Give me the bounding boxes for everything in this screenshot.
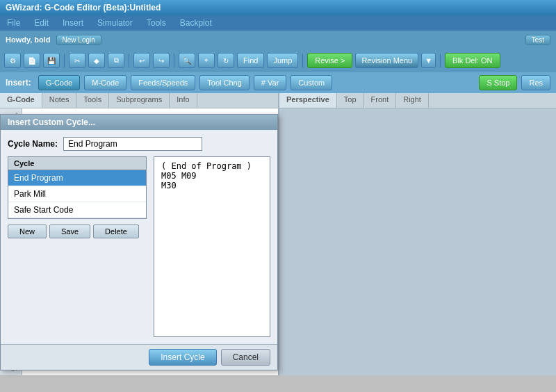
tab-notes[interactable]: Notes	[42, 93, 77, 108]
dialog-footer: Insert Cycle Cancel	[1, 344, 277, 370]
user-bar: Howdy, bold New Login Test	[0, 31, 556, 49]
tool-icon-copy[interactable]: ⧉	[108, 53, 124, 68]
test-button[interactable]: Test	[525, 35, 550, 45]
cycle-list-header: Cycle	[8, 157, 146, 170]
blk-del-button[interactable]: Blk Del: ON	[445, 53, 500, 68]
tab-info[interactable]: Info	[170, 93, 197, 108]
tool-icon-refresh[interactable]: ↻	[218, 53, 234, 68]
cycle-name-label: Cycle Name:	[8, 139, 58, 149]
insert-toolchng-button[interactable]: Tool Chng	[199, 75, 250, 90]
revision-menu-dropdown[interactable]: ▼	[421, 53, 436, 68]
dialog-columns: Cycle End Program Park Mill Safe Start C…	[8, 156, 270, 337]
cycle-list-panel: Cycle End Program Park Mill Safe Start C…	[8, 156, 147, 219]
cycle-code-panel: ( End of Program ) M05 M09 M30	[154, 156, 270, 337]
cycle-item-park-mill[interactable]: Park Mill	[8, 186, 146, 202]
cycle-name-input[interactable]	[63, 137, 202, 151]
save-button[interactable]: Save	[49, 224, 90, 238]
insert-cycle-button[interactable]: Insert Cycle	[149, 349, 216, 366]
dialog-title: Insert Custom Cycle...	[1, 115, 277, 130]
stop-button[interactable]: S Stop	[479, 75, 517, 90]
menu-tools[interactable]: Tools	[144, 17, 169, 28]
dialog-body: Cycle Name: Cycle End Program	[1, 130, 277, 344]
insert-feeds-button[interactable]: Feeds/Speeds	[131, 75, 195, 90]
tool-icon-2[interactable]: 📄	[24, 53, 40, 68]
main-content: G-Code Notes Tools Subprograms Info 1234…	[0, 93, 556, 375]
cycle-item-safe-start[interactable]: Safe Start Code	[8, 202, 146, 218]
insert-gcode-button[interactable]: G-Code	[38, 75, 81, 90]
toolbar: ⚙ 📄 💾 ✂ ◆ ⧉ ↩ ↪ 🔍 ⌖ ↻ Find Jump Revise >…	[0, 49, 556, 72]
toolbar-separator-5	[440, 54, 441, 67]
cycle-item-end-program[interactable]: End Program	[8, 170, 146, 186]
menu-backplot[interactable]: Backplot	[177, 17, 215, 28]
list-buttons: New Save Delete	[8, 224, 147, 238]
tool-icon-scissors[interactable]: ✂	[69, 53, 85, 68]
tool-icon-redo[interactable]: ↪	[153, 53, 170, 68]
tab-right[interactable]: Right	[396, 93, 429, 108]
tool-icon-1[interactable]: ⚙	[4, 53, 21, 68]
cycle-list-section: Cycle End Program Park Mill Safe Start C…	[8, 156, 147, 337]
resume-button[interactable]: Res	[521, 75, 550, 90]
tool-icon-search[interactable]: 🔍	[179, 53, 195, 68]
cycle-list: End Program Park Mill Safe Start Code	[8, 170, 146, 218]
tab-tools[interactable]: Tools	[76, 93, 109, 108]
menu-file[interactable]: File	[4, 17, 23, 28]
revise-button[interactable]: Revise >	[307, 53, 352, 68]
side-tabs: G-Code Notes Tools Subprograms Info	[0, 93, 278, 108]
menu-edit[interactable]: Edit	[31, 17, 51, 28]
menu-simulator[interactable]: Simulator	[95, 17, 136, 28]
title-text: GWizard: G-Code Editor (Beta):Untitled	[6, 3, 161, 13]
dialog-overlay: Insert Custom Cycle... Cycle Name:	[0, 108, 278, 375]
cancel-button[interactable]: Cancel	[221, 349, 270, 366]
tool-icon-cursor[interactable]: ⌖	[198, 53, 215, 68]
toolbar-separator-3	[174, 54, 174, 67]
insert-bar: Insert: G-Code M-Code Feeds/Speeds Tool …	[0, 72, 556, 93]
cycle-name-row: Cycle Name:	[8, 137, 270, 151]
toolbar-separator-2	[129, 54, 129, 67]
insert-label: Insert:	[6, 78, 31, 88]
insert-var-button[interactable]: # Var	[254, 75, 286, 90]
menu-bar: File Edit Insert Simulator Tools Backplo…	[0, 15, 556, 31]
toolbar-separator-4	[302, 54, 303, 67]
greeting-text: Howdy, bold	[6, 35, 51, 44]
title-bar: GWizard: G-Code Editor (Beta):Untitled	[0, 0, 556, 15]
toolbar-separator-1	[64, 54, 65, 67]
tab-subprograms[interactable]: Subprograms	[109, 93, 170, 108]
insert-custom-button[interactable]: Custom	[291, 75, 332, 90]
revision-menu-button[interactable]: Revision Menu	[355, 53, 418, 68]
insert-mcode-button[interactable]: M-Code	[84, 75, 126, 90]
insert-custom-dialog: Insert Custom Cycle... Cycle Name:	[0, 114, 278, 370]
perspective-panel: Perspective Top Front Right	[278, 93, 556, 375]
tool-icon-diamond[interactable]: ◆	[88, 53, 105, 68]
tab-perspective[interactable]: Perspective	[279, 93, 337, 108]
tool-icon-3[interactable]: 💾	[43, 53, 60, 68]
delete-button[interactable]: Delete	[93, 224, 139, 238]
find-button[interactable]: Find	[237, 53, 264, 68]
tab-top[interactable]: Top	[337, 93, 364, 108]
perspective-view	[279, 108, 556, 375]
code-panel: G-Code Notes Tools Subprograms Info 1234…	[0, 93, 278, 375]
perspective-tabs: Perspective Top Front Right	[279, 93, 556, 108]
menu-insert[interactable]: Insert	[60, 17, 86, 28]
tool-icon-undo[interactable]: ↩	[133, 53, 150, 68]
tab-gcode[interactable]: G-Code	[0, 93, 42, 108]
new-login-button[interactable]: New Login	[56, 35, 101, 45]
new-button[interactable]: New	[8, 224, 47, 238]
jump-button[interactable]: Jump	[267, 53, 298, 68]
tab-front[interactable]: Front	[364, 93, 397, 108]
